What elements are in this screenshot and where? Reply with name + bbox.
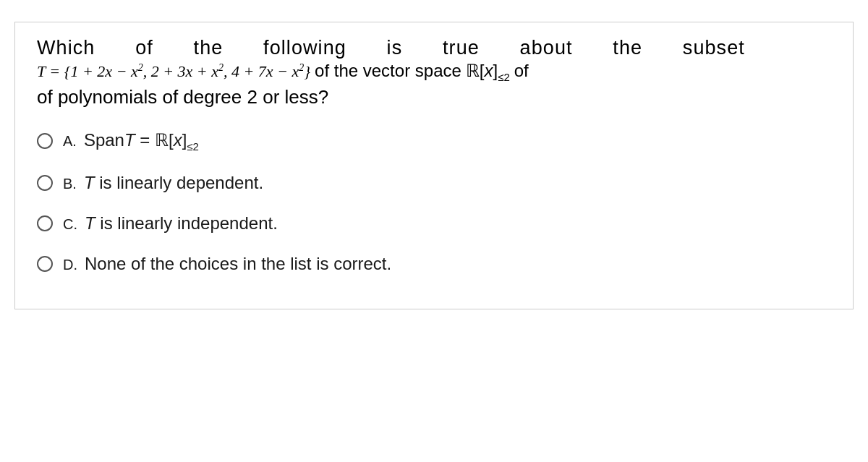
middle-text: of the vector space xyxy=(315,61,461,81)
options-list: A. SpanT = ℝ[x]≤2 B. T is linearly depen… xyxy=(37,130,831,274)
option-a-label: A. SpanT = ℝ[x]≤2 xyxy=(63,130,199,153)
option-d-letter: D. xyxy=(63,257,77,273)
option-c-label: C. T is linearly independent. xyxy=(63,213,278,234)
question-line3: of polynomials of degree 2 or less? xyxy=(37,86,831,108)
option-a-letter: A. xyxy=(63,133,77,150)
option-b-text: T is linearly dependent. xyxy=(84,173,263,193)
option-d[interactable]: D. None of the choices in the list is co… xyxy=(37,254,831,274)
option-c-radio[interactable] xyxy=(37,215,53,231)
question-text-line1: Which of the following is true about the… xyxy=(37,37,745,59)
option-b[interactable]: B. T is linearly dependent. xyxy=(37,173,831,193)
option-a-text: SpanT = ℝ[x]≤2 xyxy=(84,130,199,153)
option-b-radio[interactable] xyxy=(37,175,53,191)
option-b-label: B. T is linearly dependent. xyxy=(63,173,263,193)
option-b-letter: B. xyxy=(63,176,77,192)
set-definition: T = {1 + 2x − x2, 2 + 3x + x2, 4 + 7x − … xyxy=(37,62,310,81)
option-d-text: None of the choices in the list is corre… xyxy=(85,254,391,274)
question-line2: T = {1 + 2x − x2, 2 + 3x + x2, 4 + 7x − … xyxy=(37,61,831,83)
of-text: of xyxy=(514,61,529,81)
option-a[interactable]: A. SpanT = ℝ[x]≤2 xyxy=(37,130,831,153)
question-container: Which of the following is true about the… xyxy=(14,22,854,309)
question-line1: Which of the following is true about the… xyxy=(37,37,831,59)
question-line3-text: of polynomials of degree 2 or less? xyxy=(37,86,328,108)
option-d-radio[interactable] xyxy=(37,256,53,272)
option-c-text: T is linearly independent. xyxy=(85,213,278,234)
vector-space-notation: ℝ[x]≤2 xyxy=(466,61,510,83)
option-d-label: D. None of the choices in the list is co… xyxy=(63,254,391,274)
option-c-letter: C. xyxy=(63,216,77,233)
option-a-radio[interactable] xyxy=(37,133,53,149)
option-c[interactable]: C. T is linearly independent. xyxy=(37,213,831,234)
